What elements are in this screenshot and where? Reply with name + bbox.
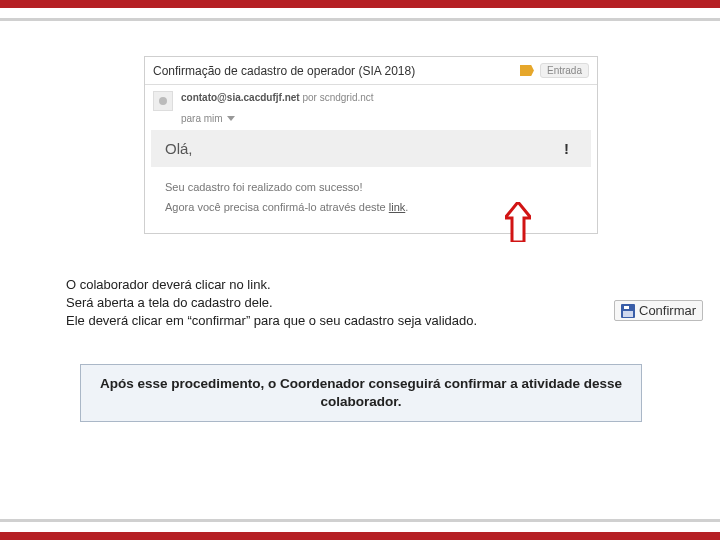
- tag-icon: [520, 65, 534, 76]
- instruction-line-3: Ele deverá clicar em “confirmar” para qu…: [66, 312, 576, 330]
- callout-text: Após esse procedimento, o Coordenador co…: [100, 376, 622, 409]
- callout-box: Após esse procedimento, o Coordenador co…: [80, 364, 642, 422]
- instruction-line-1: O colaborador deverá clicar no link.: [66, 276, 576, 294]
- from-lines: contato@sia.cacdufjf.net por scndgrid.nc…: [181, 91, 589, 105]
- email-to-row: para mim: [145, 113, 597, 130]
- email-body-line2-post: .: [405, 201, 408, 213]
- bottom-bars: [0, 519, 720, 540]
- from-address: contato@sia.cacdufjf.net: [181, 92, 300, 103]
- confirm-button[interactable]: Confirmar: [614, 300, 703, 321]
- bottom-gap: [0, 522, 720, 532]
- email-body-line1: Seu cadastro foi realizado com sucesso!: [165, 177, 577, 197]
- confirmation-link[interactable]: link: [389, 201, 406, 213]
- to-line: para mim: [181, 113, 223, 124]
- greeting-exclaim: !: [564, 140, 569, 157]
- bottom-red-bar: [0, 532, 720, 540]
- top-grey-bar: [0, 18, 720, 21]
- avatar: [153, 91, 173, 111]
- top-red-bar: [0, 0, 720, 8]
- chevron-down-icon: [227, 116, 235, 121]
- email-greeting-bar: Olá, !: [151, 130, 591, 167]
- inbox-badge: Entrada: [540, 63, 589, 78]
- person-icon: [159, 97, 167, 105]
- email-header: Confirmação de cadastro de operador (SIA…: [145, 57, 597, 85]
- top-gap: [0, 8, 720, 18]
- save-icon: [621, 304, 635, 318]
- confirm-button-label: Confirmar: [639, 303, 696, 318]
- red-arrow-annotation: [505, 202, 531, 242]
- greeting-text: Olá,: [165, 140, 193, 157]
- instruction-line-2: Será aberta a tela do cadastro dele.: [66, 294, 576, 312]
- email-subject: Confirmação de cadastro de operador (SIA…: [153, 64, 514, 78]
- arrow-up-icon: [505, 202, 531, 242]
- top-bars: [0, 0, 720, 21]
- email-from-row: contato@sia.cacdufjf.net por scndgrid.nc…: [145, 85, 597, 113]
- email-body-line2-pre: Agora você precisa confirmá-lo através d…: [165, 201, 389, 213]
- via-word: por: [302, 92, 316, 103]
- instruction-text: O colaborador deverá clicar no link. Ser…: [66, 276, 576, 330]
- via-domain: scndgrid.nct: [320, 92, 374, 103]
